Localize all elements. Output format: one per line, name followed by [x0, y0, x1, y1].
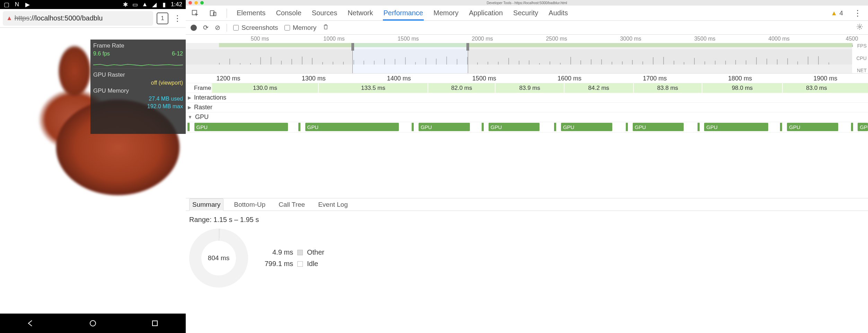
- tab-audits[interactable]: Audits: [548, 6, 569, 20]
- btab-summary[interactable]: Summary: [189, 198, 223, 211]
- settings-gear-icon[interactable]: [856, 23, 863, 32]
- status-time: 1:42: [171, 1, 182, 8]
- gpu-block[interactable]: GPU: [633, 123, 684, 131]
- gpu-raster-label: GPU Raster: [93, 71, 125, 78]
- bottom-tabs: Summary Bottom-Up Call Tree Event Log: [186, 198, 868, 211]
- gpu-block[interactable]: GPU: [561, 123, 612, 131]
- nav-home-icon[interactable]: [88, 319, 97, 328]
- clear-button[interactable]: ⊘: [215, 24, 220, 32]
- tab-memory[interactable]: Memory: [433, 6, 459, 20]
- vibrate-icon: ▭: [132, 1, 138, 8]
- gpu-block[interactable]: GPU: [305, 123, 399, 131]
- device-toolbar-icon[interactable]: [209, 9, 218, 18]
- reload-record-button[interactable]: ⟳: [203, 24, 209, 32]
- legend-row: 4.9 msOther: [262, 248, 324, 256]
- overview-panel[interactable]: 500 ms1000 ms1500 ms2000 ms2500 ms3000 m…: [186, 35, 868, 74]
- legend-row: 799.1 msIdle: [262, 260, 324, 268]
- frame-rate-label: Frame Rate: [93, 42, 124, 49]
- memory-toggle[interactable]: Memory: [284, 24, 317, 32]
- frame-block[interactable]: 83.0 ms: [782, 83, 850, 93]
- btab-calltree[interactable]: Call Tree: [276, 199, 308, 211]
- tab-security[interactable]: Security: [512, 6, 539, 20]
- tab-count-button[interactable]: 1: [157, 12, 168, 24]
- chrome-omnibar: ▲ https://localhost:5000/badblu 1 ⋮: [0, 9, 186, 28]
- perf-controls: ⟳ ⊘ Screenshots Memory: [186, 21, 868, 35]
- flame-chart[interactable]: 1200 ms1300 ms1400 ms1500 ms1600 ms1700 …: [186, 74, 868, 198]
- frame-block[interactable]: 83.8 ms: [633, 83, 702, 93]
- gpu-block[interactable]: GPU: [194, 123, 288, 131]
- summary-legend: 4.9 msOther799.1 msIdle: [262, 248, 324, 268]
- gpu-block[interactable]: GPU: [419, 123, 470, 131]
- n-icon: N: [14, 1, 20, 8]
- delete-recording-button[interactable]: [323, 24, 329, 32]
- overview-ruler: 500 ms1000 ms1500 ms2000 ms2500 ms3000 m…: [186, 35, 868, 43]
- selection-handle-right[interactable]: [466, 43, 469, 51]
- record-button[interactable]: [191, 25, 197, 31]
- url-input[interactable]: ▲ https://localhost:5000/badblu: [3, 11, 153, 26]
- btab-eventlog[interactable]: Event Log: [315, 199, 351, 211]
- insecure-icon: ▲: [6, 15, 12, 22]
- nav-recents-icon[interactable]: [150, 319, 159, 328]
- section-interactions[interactable]: ▶Interactions: [186, 93, 868, 103]
- gpu-block[interactable]: GPU: [858, 123, 868, 131]
- chrome-menu-button[interactable]: ⋮: [172, 14, 183, 23]
- fps-range: 6-12: [172, 51, 183, 57]
- window-title: Developer Tools - https://localhost:5000…: [486, 1, 567, 5]
- overview-net-label: NET: [853, 68, 867, 73]
- section-raster[interactable]: ▶Raster: [186, 103, 868, 112]
- btab-bottomup[interactable]: Bottom-Up: [231, 199, 268, 211]
- screenshots-toggle[interactable]: Screenshots: [233, 24, 278, 32]
- gpu-block[interactable]: GPU: [787, 123, 838, 131]
- gpu-mem-label: GPU Memory: [93, 87, 129, 94]
- inspect-element-icon[interactable]: [191, 9, 200, 18]
- play-icon: ▶: [24, 1, 30, 8]
- tab-application[interactable]: Application: [468, 6, 503, 20]
- signal-icon: ◢: [151, 1, 158, 8]
- summary-total: 804 ms: [208, 254, 229, 262]
- gpu-mem-max: 192.0 MB max: [147, 103, 183, 110]
- phone-pane: ▢ N ▶ ✱ ▭ ▲ ◢ ▮ 1:42 ▲ https://localhost…: [0, 0, 186, 333]
- fps-overlay: Frame Rate 9.6 fps 6-12 GPU Raster off (…: [90, 40, 186, 134]
- traffic-lights[interactable]: [186, 1, 204, 5]
- frame-block[interactable]: 133.5 ms: [318, 83, 428, 93]
- frame-block[interactable]: 98.0 ms: [702, 83, 782, 93]
- frame-block[interactable]: 130.0 ms: [211, 83, 318, 93]
- battery-icon: ▮: [161, 1, 167, 8]
- overview-selection[interactable]: [352, 43, 468, 73]
- wifi-icon: ▲: [142, 1, 148, 8]
- devtools-menu-button[interactable]: ⋮: [852, 8, 863, 18]
- gpu-track[interactable]: GPUGPUGPUGPUGPUGPUGPUGPUGPU: [186, 122, 868, 133]
- tab-performance[interactable]: Performance: [383, 6, 424, 20]
- android-nav-bar: [0, 314, 186, 333]
- selection-handle-left[interactable]: [351, 43, 354, 51]
- frame-block[interactable]: 83.9 ms: [495, 83, 564, 93]
- svg-rect-1: [152, 321, 157, 326]
- summary-range: Range: 1.15 s – 1.95 s: [189, 216, 865, 224]
- gpu-block[interactable]: GPU: [489, 123, 540, 131]
- nav-back-icon[interactable]: [26, 319, 35, 328]
- warnings-badge[interactable]: ▲ 4: [831, 9, 843, 17]
- tab-network[interactable]: Network: [347, 6, 374, 20]
- summary-donut: 804 ms: [189, 229, 248, 288]
- svg-point-0: [90, 321, 96, 326]
- svg-point-5: [859, 26, 861, 28]
- frame-block[interactable]: 82.0 ms: [428, 83, 495, 93]
- fps-value: 9.6 fps: [93, 51, 110, 57]
- tab-sources[interactable]: Sources: [311, 6, 338, 20]
- frames-label: Frames: [186, 83, 211, 93]
- timeline-ruler: 1200 ms1300 ms1400 ms1500 ms1600 ms1700 …: [186, 74, 868, 83]
- gpu-raster-value: off (viewport): [151, 80, 183, 86]
- tab-elements[interactable]: Elements: [236, 6, 266, 20]
- details-pane: Summary Bottom-Up Call Tree Event Log Ra…: [186, 198, 868, 333]
- frames-track[interactable]: 130.0 ms133.5 ms82.0 ms83.9 ms84.2 ms83.…: [211, 83, 868, 93]
- devtools-tabs: Elements Console Sources Network Perform…: [186, 6, 868, 21]
- url-scheme: https: [15, 14, 29, 22]
- section-gpu[interactable]: ▼GPU: [186, 112, 868, 122]
- tab-console[interactable]: Console: [275, 6, 302, 20]
- gpu-block[interactable]: GPU: [704, 123, 768, 131]
- gpu-mem-used: 27.4 MB used: [149, 96, 183, 102]
- fps-sparkline: [93, 58, 183, 69]
- frame-block[interactable]: 84.2 ms: [564, 83, 633, 93]
- overview-fps-label: FPS: [853, 43, 867, 49]
- android-status-bar: ▢ N ▶ ✱ ▭ ▲ ◢ ▮ 1:42: [0, 0, 186, 9]
